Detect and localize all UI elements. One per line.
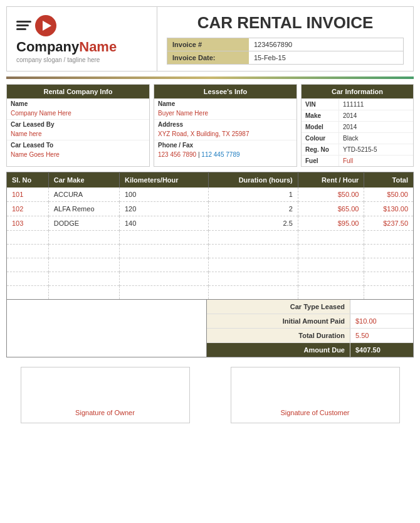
info-section: Rental Company Info Name Company Name He… <box>6 84 414 167</box>
summary-section: Car Type Leased Initial Amount Paid $10.… <box>6 300 414 357</box>
cell-total: $237.50 <box>364 216 414 231</box>
logo-line-3 <box>16 28 26 30</box>
rental-name-row: Name Company Name Here <box>7 98 149 119</box>
lessee-name-value: Buyer Name Here <box>154 108 297 119</box>
logo-lines <box>16 21 31 30</box>
reg-value: YTD-5215-5 <box>339 144 381 155</box>
col-duration: Duration (hours) <box>208 172 298 188</box>
amount-due-row: Amount Due $407.50 <box>207 343 413 357</box>
company-tagline: company slogan / tagline here <box>16 56 100 63</box>
company-name-red: Name <box>79 39 117 55</box>
lessee-name-label: Name <box>154 99 297 108</box>
owner-signature-box: Signature of Owner <box>21 367 190 423</box>
leased-by-row: Car Leased By Name here <box>7 119 149 140</box>
summary-empty <box>7 300 206 357</box>
cell-rent: $50.00 <box>298 188 364 202</box>
rental-name-value: Company Name Here <box>7 108 149 119</box>
company-logo-section: CompanyName company slogan / tagline her… <box>7 7 157 71</box>
cell-duration: 2.5 <box>208 216 298 231</box>
lessee-table: Lessee's Info Name Buyer Name Here Addre… <box>154 84 297 167</box>
car-info-header: Car Information <box>302 85 413 98</box>
lessee-phone-label: Phone / Fax <box>154 140 297 150</box>
empty-row <box>7 231 414 245</box>
summary-table: Car Type Leased Initial Amount Paid $10.… <box>206 300 413 357</box>
cell-car-make: DODGE <box>48 216 119 231</box>
col-km: Kilometers/Hour <box>119 172 208 188</box>
table-row: 103 DODGE 140 2.5 $95.00 $237.50 <box>7 216 414 231</box>
reg-label: Reg. No <box>302 144 339 155</box>
vin-row: VIN 111111 <box>302 98 413 110</box>
initial-amount-label: Initial Amount Paid <box>207 314 350 328</box>
amount-due-label: Amount Due <box>207 343 350 357</box>
table-row: 102 ALFA Remeo 120 2 $65.00 $130.00 <box>7 202 414 216</box>
leased-to-row: Car Leased To Name Goes Here <box>7 140 149 161</box>
cell-duration: 1 <box>208 188 298 202</box>
logo-line-2 <box>16 24 29 26</box>
reg-row: Reg. No YTD-5215-5 <box>302 144 413 155</box>
leased-by-value: Name here <box>7 129 149 140</box>
colour-row: Colour Black <box>302 132 413 144</box>
rental-name-label: Name <box>7 99 149 108</box>
cell-car-make: ACCURA <box>48 188 119 202</box>
table-header-row: Sl. No Car Make Kilometers/Hour Duration… <box>7 172 414 188</box>
car-type-value <box>350 300 413 314</box>
model-label: Model <box>302 122 339 132</box>
table-row: 101 ACCURA 100 1 $50.00 $50.00 <box>7 188 414 202</box>
signature-section: Signature of Owner Signature of Customer <box>6 367 414 423</box>
make-label: Make <box>302 110 339 121</box>
rental-company-header: Rental Company Info <box>7 85 149 98</box>
rental-company-table: Rental Company Info Name Company Name He… <box>6 84 150 167</box>
initial-amount-row: Initial Amount Paid $10.00 <box>207 314 413 329</box>
company-name: CompanyName <box>16 39 117 55</box>
owner-signature-label: Signature of Owner <box>75 409 135 416</box>
car-info-table: Car Information VIN 111111 Make 2014 Mod… <box>301 84 414 167</box>
leased-to-label: Car Leased To <box>7 140 149 150</box>
rental-table: Sl. No Car Make Kilometers/Hour Duration… <box>6 172 414 300</box>
leased-to-value: Name Goes Here <box>7 150 149 161</box>
initial-amount-value: $10.00 <box>350 314 413 328</box>
invoice-title: CAR RENTAL INVOICE <box>167 13 404 33</box>
model-value: 2014 <box>339 122 360 132</box>
logo-circle <box>35 15 56 36</box>
company-name-black: Company <box>16 39 79 55</box>
col-sl-no: Sl. No <box>7 172 49 188</box>
empty-row <box>7 286 414 300</box>
col-total: Total <box>364 172 414 188</box>
logo-line-1 <box>16 21 31 23</box>
leased-by-label: Car Leased By <box>7 120 149 129</box>
cell-rent: $95.00 <box>298 216 364 231</box>
invoice-date-label: Invoice Date: <box>167 51 249 64</box>
cell-km: 100 <box>119 188 208 202</box>
empty-row <box>7 272 414 286</box>
cell-sl: 103 <box>7 216 49 231</box>
lessee-address-row: Address XYZ Road, X Building, TX 25987 <box>154 119 297 140</box>
lessee-address-value: XYZ Road, X Building, TX 25987 <box>154 129 297 140</box>
accent-bar <box>6 77 414 79</box>
empty-row <box>7 245 414 258</box>
fuel-row: Fuel Full <box>302 155 413 166</box>
make-value: 2014 <box>339 110 360 121</box>
invoice-number-row: Invoice # 1234567890 <box>167 38 404 51</box>
invoice-date-value: 15-Feb-15 <box>249 51 403 64</box>
total-duration-label: Total Duration <box>207 329 350 342</box>
vin-label: VIN <box>302 99 339 110</box>
cell-rent: $65.00 <box>298 202 364 216</box>
colour-value: Black <box>339 133 362 144</box>
phone-value: 123 456 7890 <box>158 151 196 158</box>
invoice-title-section: CAR RENTAL INVOICE Invoice # 1234567890 … <box>157 7 413 71</box>
vin-value: 111111 <box>339 99 367 110</box>
play-icon <box>43 21 51 31</box>
customer-signature-label: Signature of Customer <box>280 409 349 416</box>
cell-km: 140 <box>119 216 208 231</box>
lessee-phone-value: 123 456 7890 | 112 445 7789 <box>154 150 297 161</box>
fax-value: 112 445 7789 <box>201 151 239 158</box>
invoice-fields: Invoice # 1234567890 Invoice Date: 15-Fe… <box>167 38 404 65</box>
car-type-row: Car Type Leased <box>207 300 413 314</box>
invoice-header: CompanyName company slogan / tagline her… <box>6 6 414 71</box>
total-duration-value: 5.50 <box>350 329 413 342</box>
colour-label: Colour <box>302 133 339 144</box>
cell-duration: 2 <box>208 202 298 216</box>
lessee-header: Lessee's Info <box>154 85 297 98</box>
cell-sl: 102 <box>7 202 49 216</box>
invoice-number-value: 1234567890 <box>249 38 403 51</box>
